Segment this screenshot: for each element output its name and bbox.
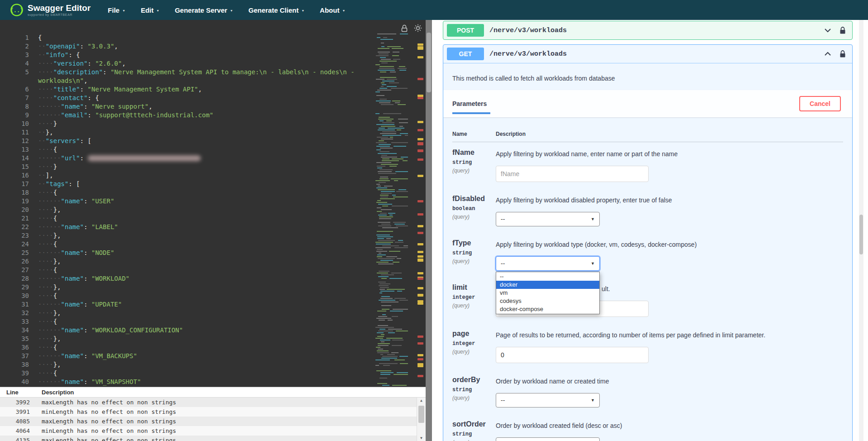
error-row[interactable]: 3992maxLength has no effect on non strin…: [0, 398, 417, 407]
param-description: Apply filtering by workload name, enter …: [496, 149, 843, 158]
menu-label: Edit: [141, 6, 153, 14]
menu-edit[interactable]: Edit▼: [141, 6, 159, 14]
annotation-mark: [417, 121, 423, 123]
menu-generate-server[interactable]: Generate Server▼: [175, 6, 233, 14]
parameters-table: Name Description fNamestring(query)Apply…: [443, 117, 852, 441]
svg-text:{..}: {..}: [10, 7, 24, 14]
auth-lock-icon[interactable]: [840, 27, 846, 34]
ftype-option-docker[interactable]: docker: [496, 281, 599, 289]
chevron-down-icon[interactable]: [824, 28, 831, 33]
param-type: string: [452, 250, 496, 256]
param-row-fname: fNamestring(query)Apply filtering by wor…: [452, 142, 843, 188]
param-type: integer: [452, 294, 496, 301]
param-location: (query): [452, 349, 496, 355]
error-description: maxLength has no effect on non strings: [35, 437, 417, 441]
orderby-select[interactable]: --▼: [496, 393, 600, 407]
editor-minimap[interactable]: [375, 34, 408, 387]
app-title: Swagger Editor: [28, 4, 90, 12]
editor-scrollbar[interactable]: [426, 20, 432, 441]
top-navbar: {..} Swagger Editor supported by SMARTBE…: [0, 0, 868, 20]
line-number: 8: [0, 102, 34, 111]
ftype-option-vm[interactable]: vm: [496, 289, 599, 297]
code-line: 18····{: [0, 188, 426, 197]
code-line: 1{: [0, 34, 426, 42]
line-number: 33: [0, 317, 34, 326]
code-text[interactable]: 1{2··"openapi": "3.0.3",3··"info": {4···…: [0, 34, 426, 386]
chevron-down-icon: ▼: [230, 9, 233, 12]
chevron-up-icon[interactable]: [824, 52, 831, 56]
line-number: 24: [0, 240, 34, 249]
error-row[interactable]: 4064minLength has no effect on non strin…: [0, 426, 417, 436]
line-number: 12: [0, 137, 34, 145]
line-number: 35: [0, 335, 34, 343]
line-number: 25: [0, 249, 34, 257]
line-number: 15: [0, 163, 34, 171]
error-line-number: 3992: [0, 399, 35, 406]
endpoint-path-get: /nerve/v3/workloads: [489, 50, 567, 58]
line-number: 13: [0, 145, 34, 154]
param-name: sortOrder: [452, 420, 496, 428]
cancel-button[interactable]: Cancel: [799, 96, 841, 111]
code-editor[interactable]: 1{2··"openapi": "3.0.3",3··"info": {4···…: [0, 20, 426, 441]
code-line: 30····{: [0, 292, 426, 300]
code-line: 34······"name": "WORKLOAD_CONFIGURATION": [0, 326, 426, 335]
ftype-option-docker-compose[interactable]: docker-compose: [496, 305, 599, 313]
ftype-option---[interactable]: --: [496, 273, 599, 281]
editor-annotation-marks: [417, 34, 424, 387]
editor-lock-icon[interactable]: [401, 24, 408, 32]
sortorder-select[interactable]: --▼: [496, 437, 600, 441]
scroll-down-icon[interactable]: ▼: [417, 435, 426, 441]
menu-file[interactable]: File▼: [108, 6, 125, 14]
opblock-get-summary[interactable]: GET /nerve/v3/workloads: [443, 45, 852, 63]
theme-brightness-icon[interactable]: [414, 24, 422, 32]
line-number: 9: [0, 111, 34, 120]
error-col-line: Line: [0, 389, 35, 396]
error-panel-scrollbar[interactable]: ▲ ▼: [417, 398, 426, 441]
error-line-number: 4085: [0, 418, 35, 425]
annotation-mark: [417, 354, 423, 356]
error-scrollbar-thumb[interactable]: [418, 406, 424, 423]
annotation-mark: [417, 272, 423, 274]
ftype-select[interactable]: --▼: [496, 256, 600, 271]
annotation-mark: [417, 97, 423, 99]
code-line: 10····}: [0, 120, 426, 128]
annotation-mark: [417, 143, 423, 145]
annotation-mark: [417, 365, 423, 367]
scroll-up-icon[interactable]: ▲: [417, 398, 426, 404]
page-scrollbar-thumb[interactable]: [859, 215, 863, 254]
parameters-table-header: Name Description: [452, 117, 843, 142]
editor-scrollbar-thumb[interactable]: [427, 33, 431, 92]
annotation-mark: [417, 150, 423, 152]
page-scrollbar[interactable]: [859, 20, 863, 441]
code-line: 3··"info": {: [0, 51, 426, 59]
menu-generate-client[interactable]: Generate Client▼: [248, 6, 304, 14]
error-row[interactable]: 4085maxLength has no effect on non strin…: [0, 417, 417, 426]
line-number: 31: [0, 300, 34, 309]
error-row[interactable]: 3991minLength has no effect on non strin…: [0, 407, 417, 417]
line-number: 4: [0, 59, 34, 68]
line-number: 20: [0, 206, 34, 214]
auth-lock-icon[interactable]: [840, 50, 846, 58]
line-number: 30: [0, 292, 34, 300]
annotation-mark: [417, 175, 423, 177]
menu-about[interactable]: About▼: [320, 6, 345, 14]
line-number: 39: [0, 369, 34, 378]
annotation-mark: [417, 287, 423, 289]
redacted-url-value: [88, 155, 201, 161]
code-line: 17··"tags": [: [0, 180, 426, 188]
annotation-mark: [417, 243, 423, 245]
fdisabled-select[interactable]: --▼: [496, 212, 600, 226]
fname-input[interactable]: [496, 166, 649, 182]
tab-parameters[interactable]: Parameters: [452, 100, 487, 107]
error-row[interactable]: 4135maxLength has no effect on non strin…: [0, 436, 417, 441]
line-number: 18: [0, 188, 34, 197]
code-line: 31······"name": "UPDATE": [0, 300, 426, 309]
param-location: (query): [452, 168, 496, 174]
param-name: orderBy: [452, 376, 496, 384]
line-number: 14: [0, 154, 34, 163]
ftype-option-codesys[interactable]: codesys: [496, 297, 599, 305]
code-line: workloads\n",: [0, 77, 426, 85]
page-input[interactable]: [496, 347, 649, 363]
opblock-post-workloads[interactable]: POST /nerve/v3/workloads: [443, 21, 853, 40]
param-type: integer: [452, 340, 496, 347]
